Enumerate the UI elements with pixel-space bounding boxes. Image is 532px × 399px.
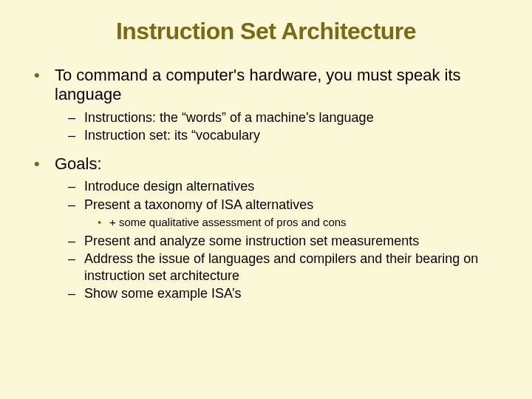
- bullet-list: Instructions: the “words” of a machine's…: [55, 109, 508, 144]
- list-item: To command a computer's hardware, you mu…: [34, 66, 508, 144]
- list-item: Present a taxonomy of ISA alternatives +…: [68, 197, 508, 230]
- bullet-list: To command a computer's hardware, you mu…: [24, 66, 508, 302]
- bullet-text: Present and analyze some instruction set…: [84, 233, 419, 248]
- bullet-text: + some qualitative assessment of pros an…: [109, 216, 347, 228]
- list-item: Instruction set: its “vocabulary: [68, 127, 508, 144]
- list-item: Instructions: the “words” of a machine's…: [68, 109, 508, 126]
- bullet-list: + some qualitative assessment of pros an…: [84, 216, 508, 230]
- list-item: Address the issue of languages and compi…: [68, 250, 508, 284]
- slide: Instruction Set Architecture To command …: [0, 0, 532, 399]
- slide-title: Instruction Set Architecture: [24, 18, 508, 45]
- list-item: + some qualitative assessment of pros an…: [98, 216, 508, 230]
- bullet-text: Show some example ISA’s: [84, 286, 241, 301]
- list-item: Present and analyze some instruction set…: [68, 233, 508, 250]
- list-item: Goals: Introduce design alternatives Pre…: [34, 154, 508, 302]
- bullet-text: Instructions: the “words” of a machine's…: [84, 110, 374, 125]
- bullet-text: Instruction set: its “vocabulary: [84, 128, 260, 143]
- bullet-list: Introduce design alternatives Present a …: [55, 178, 508, 302]
- bullet-text: Address the issue of languages and compi…: [84, 251, 478, 283]
- list-item: Introduce design alternatives: [68, 178, 508, 195]
- list-item: Show some example ISA’s: [68, 285, 508, 302]
- bullet-text: To command a computer's hardware, you mu…: [55, 66, 461, 103]
- bullet-text: Present a taxonomy of ISA alternatives: [84, 197, 313, 212]
- bullet-text: Introduce design alternatives: [84, 179, 254, 194]
- bullet-text: Goals:: [55, 154, 102, 173]
